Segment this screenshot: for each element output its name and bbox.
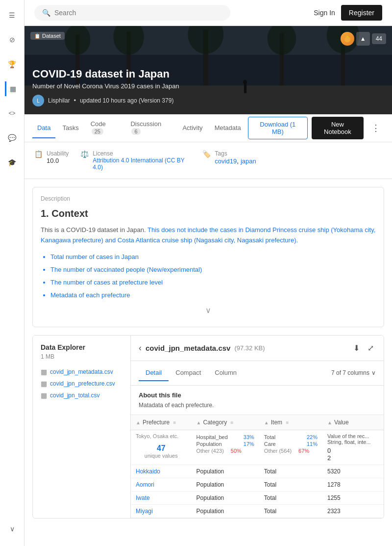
medal-icon — [341, 32, 354, 46]
cell-value-aomori: 1278 — [322, 478, 384, 491]
table-summary-row: Tokyo, Osaka etc. 47 unique values Hospi… — [131, 430, 384, 465]
tags-icon: 🏷️ — [202, 150, 211, 158]
view-tab-compact[interactable]: Compact — [169, 365, 208, 381]
stat-hospital-pct: 33% — [240, 434, 254, 440]
tags-values: covid19, japan — [215, 157, 256, 165]
tab-code[interactable]: Code 25 — [86, 114, 124, 142]
sidebar-item-home[interactable]: ⊘ — [5, 32, 20, 47]
license-value[interactable]: Attribution 4.0 International (CC BY 4.0… — [93, 157, 191, 171]
tab-code-badge: 25 — [92, 128, 103, 135]
table-row: Aomori Population Total 1278 — [131, 478, 384, 491]
file-item-total[interactable]: ▦ covid_jpn_total.csv — [41, 390, 122, 401]
value-sample-2: 2 — [327, 454, 379, 462]
stat-other-category-label: Other (423) — [196, 448, 224, 454]
file-icon-total: ▦ — [41, 391, 47, 399]
tab-metadata[interactable]: Metadata — [210, 118, 246, 138]
cell-prefecture-miyagi: Miyagi — [131, 504, 192, 518]
stat-care: Care 11% — [264, 441, 318, 447]
tab-activity[interactable]: Activity — [177, 118, 207, 138]
stat-population: Population 17% — [196, 441, 254, 447]
main-content: 🔍 Sign In Register — [24, 0, 392, 546]
item-stats: Total 22% Care 11% Other (564) — [264, 434, 318, 454]
sidebar-item-competitions[interactable]: 🏆 — [5, 57, 20, 72]
columns-badge[interactable]: 7 of 7 columns ∨ — [331, 369, 376, 376]
filter-icon-item[interactable]: ≡ — [286, 420, 289, 425]
file-name-total: covid_jpn_total.csv — [50, 392, 99, 399]
tags-label: Tags — [215, 150, 256, 157]
data-explorer: Data Explorer 1 MB ▦ covid_jpn_metadata.… — [32, 335, 384, 519]
sort-icon-category: ▲ — [196, 420, 201, 425]
sidebar-item-datasets[interactable]: ▦ — [5, 81, 20, 96]
unique-label: unique values — [136, 453, 187, 459]
stat-other-category: Other (423) 50% — [196, 448, 254, 454]
tab-discussion[interactable]: Discussion 6 — [125, 114, 175, 142]
download-button[interactable]: Download (1 MB) — [248, 117, 308, 139]
tab-data[interactable]: Data — [32, 118, 55, 138]
tag-covid19[interactable]: covid19 — [215, 157, 237, 165]
view-tabs: Detail Compact Column 7 of 7 columns ∨ — [131, 361, 384, 386]
prefecture-link[interactable]: Aomori — [136, 481, 154, 488]
expand-file-button[interactable]: ⤢ — [366, 341, 376, 355]
prefecture-example: Tokyo, Osaka etc. — [136, 433, 187, 439]
value-sample: 0 — [327, 447, 379, 454]
cell-prefecture-iwate: Iwate — [131, 491, 192, 504]
usability-meta: 📋 Usability 10.0 — [34, 150, 69, 164]
usability-value: 10.0 — [47, 157, 69, 164]
hero-badge: 📋 Dataset — [30, 32, 65, 40]
sidebar-menu[interactable]: ☰ — [5, 8, 20, 23]
prefecture-link[interactable]: Iwate — [136, 494, 150, 501]
sort-icon-item: ▲ — [264, 420, 269, 425]
prefecture-link[interactable]: Hokkaido — [136, 468, 160, 475]
new-notebook-button[interactable]: New Notebook — [312, 117, 364, 139]
tag-japan[interactable]: japan — [241, 157, 256, 165]
stat-other-category-pct: 50% — [227, 448, 242, 454]
stat-population-label: Population — [196, 441, 237, 447]
cell-category-aomori: Population — [192, 478, 259, 491]
sidebar-item-more[interactable]: ∨ — [5, 521, 20, 536]
hero-content: COVID-19 dataset in Japan Number of Nove… — [24, 60, 392, 114]
back-button[interactable]: ‹ — [139, 343, 142, 353]
description-label: Description — [41, 195, 376, 202]
about-title: About this file — [139, 391, 376, 399]
more-options-button[interactable]: ⋮ — [368, 117, 384, 139]
file-item-metadata[interactable]: ▦ covid_jpn_metadata.csv — [41, 366, 122, 378]
vote-count: 44 — [372, 33, 386, 44]
sidebar-item-code[interactable]: <> — [5, 106, 20, 121]
expand-description-button[interactable]: ∨ — [41, 302, 376, 319]
header: 🔍 Sign In Register — [24, 0, 392, 26]
file-actions: ⬇ ⤢ — [351, 341, 376, 355]
description-list: Total number of cases in Japan The numbe… — [41, 251, 376, 302]
tab-tasks[interactable]: Tasks — [57, 118, 83, 138]
search-input[interactable] — [54, 9, 222, 17]
download-file-button[interactable]: ⬇ — [351, 341, 362, 355]
columns-count: 7 of 7 columns — [331, 369, 369, 376]
cell-item-iwate: Total — [259, 491, 322, 504]
stat-other-item-label: Other (564) — [264, 448, 292, 454]
vote-up-button[interactable]: ▲ — [356, 32, 370, 46]
table-body: Tokyo, Osaka etc. 47 unique values Hospi… — [131, 430, 384, 518]
stat-total-pct: 22% — [303, 434, 318, 440]
description-heading: 1. Context — [41, 208, 376, 219]
author-name: Lisphilar — [48, 97, 70, 104]
search-bar[interactable]: 🔍 — [34, 5, 230, 21]
author-updated: • — [74, 97, 76, 104]
view-tab-column[interactable]: Column — [208, 365, 244, 381]
filter-icon-prefecture[interactable]: ≡ — [173, 420, 176, 425]
stat-hospital: Hospital_bed 33% — [196, 434, 254, 440]
prefecture-link[interactable]: Miyagi — [136, 508, 153, 515]
sidebar-item-discussion[interactable]: 💬 — [5, 130, 20, 145]
list-item-1: Total number of cases in Japan — [50, 251, 376, 263]
cell-value-miyagi: 2323 — [322, 504, 384, 518]
stat-other-item-pct: 67% — [294, 448, 309, 454]
data-explorer-size: 1 MB — [41, 353, 122, 360]
view-tab-detail[interactable]: Detail — [139, 365, 169, 381]
description-card: Description 1. Context This is a COVID-1… — [32, 187, 384, 327]
register-button[interactable]: Register — [341, 5, 382, 21]
filter-icon-category[interactable]: ≡ — [231, 420, 234, 425]
signin-button[interactable]: Sign In — [314, 9, 335, 17]
usability-icon: 📋 — [34, 150, 43, 158]
sidebar-item-courses[interactable]: 🎓 — [5, 155, 20, 170]
file-item-prefecture[interactable]: ▦ covid_jpn_prefecture.csv — [41, 378, 122, 390]
category-stats: Hospital_bed 33% Population 17% Other (4… — [196, 434, 254, 454]
license-icon: ⚖️ — [80, 150, 89, 158]
